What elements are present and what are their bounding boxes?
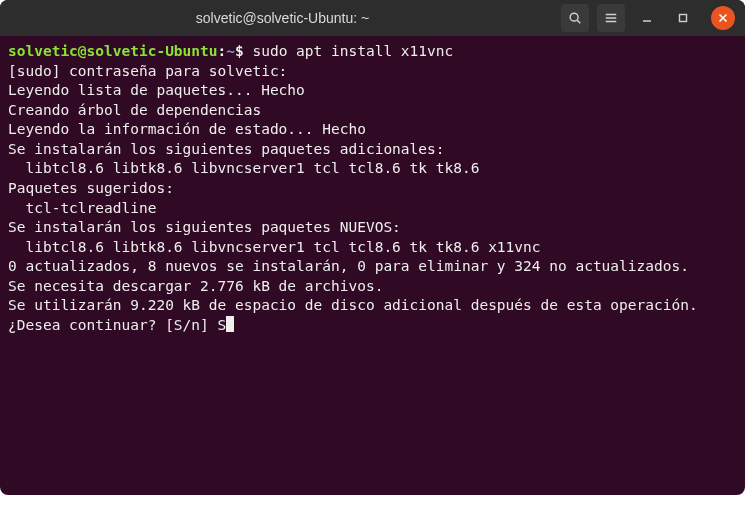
- output-line: Leyendo la información de estado... Hech…: [8, 121, 366, 137]
- output-line: Leyendo lista de paquetes... Hecho: [8, 82, 305, 98]
- titlebar: solvetic@solvetic-Ubuntu: ~: [0, 0, 745, 36]
- output-line: Se necesita descargar 2.776 kB de archiv…: [8, 278, 383, 294]
- output-line: libtcl8.6 libtk8.6 libvncserver1 tcl tcl…: [8, 239, 541, 255]
- svg-line-1: [577, 20, 580, 23]
- output-line: Se instalarán los siguientes paquetes NU…: [8, 219, 401, 235]
- prompt-continue: ¿Desea continuar? [S/n] S: [8, 317, 226, 333]
- output-line: tcl-tclreadline: [8, 200, 156, 216]
- menu-button[interactable]: [597, 4, 625, 32]
- prompt-path: ~: [226, 43, 235, 59]
- close-icon: [718, 13, 728, 23]
- prompt-separator: :: [218, 43, 227, 59]
- minimize-icon: [641, 12, 653, 24]
- output-line: libtcl8.6 libtk8.6 libvncserver1 tcl tcl…: [8, 160, 479, 176]
- output-line: Creando árbol de dependencias: [8, 102, 261, 118]
- search-button[interactable]: [561, 4, 589, 32]
- prompt-symbol: $: [235, 43, 244, 59]
- prompt-command: sudo apt install x11vnc: [252, 43, 453, 59]
- output-line: Paquetes sugeridos:: [8, 180, 174, 196]
- maximize-button[interactable]: [669, 4, 697, 32]
- close-button[interactable]: [711, 6, 735, 30]
- maximize-icon: [677, 12, 689, 24]
- prompt-user-host: solvetic@solvetic-Ubuntu: [8, 43, 218, 59]
- minimize-button[interactable]: [633, 4, 661, 32]
- output-line: Se instalarán los siguientes paquetes ad…: [8, 141, 445, 157]
- terminal-window: solvetic@solvetic-Ubuntu: ~: [0, 0, 745, 495]
- svg-point-0: [570, 13, 578, 21]
- hamburger-icon: [604, 11, 618, 25]
- terminal-cursor: [226, 316, 234, 332]
- window-title: solvetic@solvetic-Ubuntu: ~: [196, 10, 369, 26]
- svg-rect-6: [680, 15, 687, 22]
- output-line: 0 actualizados, 8 nuevos se instalarán, …: [8, 258, 689, 274]
- output-line: Se utilizarán 9.220 kB de espacio de dis…: [8, 297, 698, 313]
- terminal-body[interactable]: solvetic@solvetic-Ubuntu:~$ sudo apt ins…: [0, 36, 745, 495]
- search-icon: [568, 11, 582, 25]
- output-line: [sudo] contraseña para solvetic:: [8, 63, 287, 79]
